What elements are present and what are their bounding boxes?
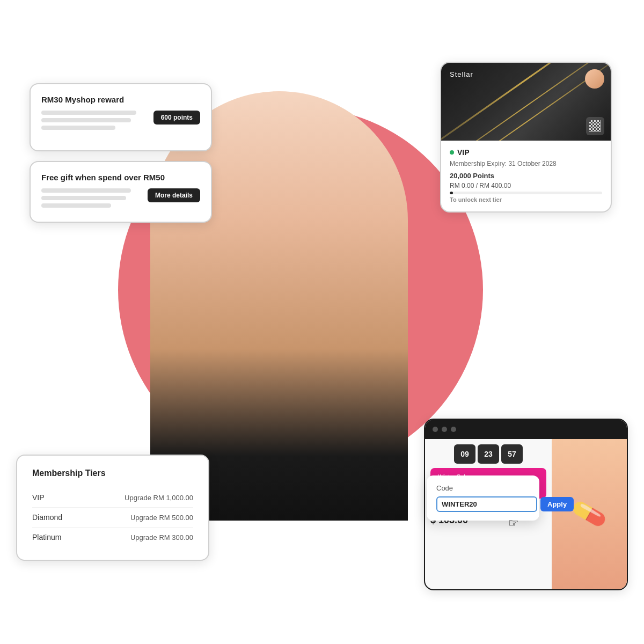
- reward-card-2: Free gift when spend over RM50 More deta…: [30, 161, 212, 223]
- timer-hours: 09: [454, 444, 475, 464]
- coupon-popup: Code Apply ☞: [427, 475, 539, 521]
- vip-unlock-text: To unlock next tier: [450, 196, 602, 203]
- apply-button[interactable]: Apply: [540, 497, 574, 511]
- tier-name-vip: VIP: [32, 493, 45, 502]
- vip-expiry: Membership Expiry: 31 October 2028: [450, 160, 602, 167]
- vip-brand-logo: Stellar: [450, 70, 473, 78]
- vip-progress-fill: [450, 192, 453, 194]
- tier-row-platinum: Platinum Upgrade RM 300.00: [32, 528, 193, 547]
- membership-title: Membership Tiers: [32, 469, 193, 478]
- reward-card-1: RM30 Myshop reward 600 points: [30, 83, 212, 151]
- timer-minutes: 23: [478, 444, 499, 464]
- product-image: 💊: [552, 439, 627, 589]
- browser-dot-1: [433, 427, 438, 432]
- code-label: Code: [436, 484, 530, 492]
- vip-status-dot: [450, 150, 454, 155]
- countdown-timer: 09 23 57: [425, 439, 552, 468]
- timer-seconds: 57: [501, 444, 523, 464]
- vip-points: 20,000 Points: [450, 172, 602, 180]
- main-scene: RM30 Myshop reward 600 points Free gift …: [0, 0, 644, 644]
- reward-card-1-title: RM30 Myshop reward: [41, 95, 200, 104]
- vip-qr-code: [586, 117, 604, 135]
- vip-progress-bar: [450, 192, 602, 194]
- cursor-icon: ☞: [508, 516, 519, 530]
- vip-badge-label: VIP: [457, 148, 470, 157]
- browser-dot-2: [442, 427, 447, 432]
- qr-code-pattern: [589, 120, 601, 132]
- tier-row-vip: VIP Upgrade RM 1,000.00: [32, 488, 193, 508]
- vip-membership-card: Stellar VIP Membership Expiry: 31 Octobe…: [440, 62, 612, 213]
- tier-name-platinum: Platinum: [32, 533, 61, 541]
- vip-card-header: Stellar: [441, 63, 611, 141]
- tier-upgrade-platinum: Upgrade RM 300.00: [130, 533, 193, 541]
- vip-avatar: [585, 69, 604, 89]
- browser-dot-3: [451, 427, 456, 432]
- membership-card: Membership Tiers VIP Upgrade RM 1,000.00…: [16, 455, 209, 561]
- tier-upgrade-vip: Upgrade RM 1,000.00: [125, 494, 193, 502]
- coupon-code-input[interactable]: [436, 496, 537, 512]
- reward-card-2-title: Free gift when spend over RM50: [41, 173, 200, 182]
- product-icon: 💊: [570, 495, 609, 533]
- points-badge: 600 points: [153, 111, 200, 125]
- tier-row-diamond: Diamond Upgrade RM 500.00: [32, 508, 193, 528]
- tier-upgrade-diamond: Upgrade RM 500.00: [130, 514, 193, 522]
- tier-name-diamond: Diamond: [32, 513, 62, 522]
- browser-bar: [425, 420, 627, 439]
- vip-card-body: VIP Membership Expiry: 31 October 2028 2…: [441, 141, 611, 211]
- more-details-button[interactable]: More details: [148, 188, 200, 202]
- coupon-input-row: Apply: [436, 496, 530, 512]
- vip-progress-text: RM 0.00 / RM 400.00: [450, 182, 602, 189]
- vip-badge-row: VIP: [450, 148, 602, 157]
